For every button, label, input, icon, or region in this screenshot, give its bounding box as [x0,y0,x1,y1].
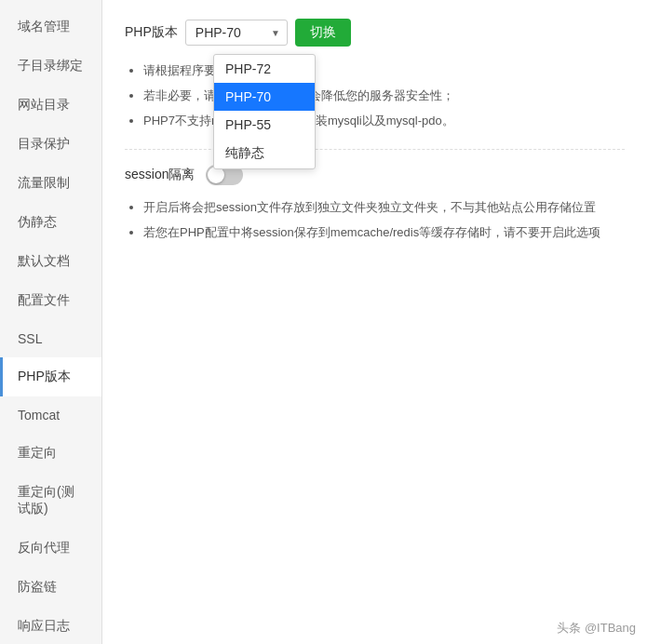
divider [125,149,625,150]
sidebar-item-phpversion[interactable]: PHP版本 [0,357,101,396]
dropdown-item-php72[interactable]: PHP-72 [214,55,315,83]
sidebar-item-tomcat[interactable]: Tomcat [0,396,101,434]
sidebar: 域名管理子目录绑定网站目录目录保护流量限制伪静态默认文档配置文件SSLPHP版本… [0,0,102,644]
dropdown-item-pure_static[interactable]: 纯静态 [214,139,315,168]
switch-button[interactable]: 切换 [295,19,351,47]
sidebar-item-defaultdoc[interactable]: 默认文档 [0,242,101,281]
info-list: 请根据程序要求选择版本若非必要，请不要选PHP5.2,这会降低您的服务器安全性；… [125,61,625,130]
sidebar-item-hotlink[interactable]: 防盗链 [0,568,101,607]
app-layout: 域名管理子目录绑定网站目录目录保护流量限制伪静态默认文档配置文件SSLPHP版本… [0,0,647,644]
php-version-select[interactable]: PHP-72PHP-70PHP-55纯静态 [185,20,288,46]
sidebar-item-redirect_test[interactable]: 重定向(测试版) [0,473,101,529]
sidebar-item-configfile[interactable]: 配置文件 [0,281,101,320]
info-section: 请根据程序要求选择版本若非必要，请不要选PHP5.2,这会降低您的服务器安全性；… [125,61,625,130]
session-info-section: 开启后将会把session文件存放到独立文件夹独立文件夹，不与其他站点公用存储位… [125,198,625,243]
sidebar-item-flowlimit[interactable]: 流量限制 [0,164,101,203]
session-label: session隔离 [125,167,195,183]
session-row: session隔离 [125,165,625,185]
dropdown-item-php70[interactable]: PHP-70 [214,83,315,111]
php-version-label: PHP版本 [125,24,178,41]
sidebar-item-subdir[interactable]: 子目录绑定 [0,47,101,86]
sidebar-item-redirect[interactable]: 重定向 [0,434,101,473]
dropdown-item-php55[interactable]: PHP-55 [214,111,315,139]
sidebar-item-sitedir[interactable]: 网站目录 [0,86,101,125]
sidebar-item-domain[interactable]: 域名管理 [0,7,101,47]
main-content: PHP版本 PHP-72PHP-70PHP-55纯静态 ▼ 切换 PHP-72P… [102,0,647,644]
php-select-wrapper: PHP-72PHP-70PHP-55纯静态 ▼ [185,20,288,46]
session-bullet: 若您在PHP配置中将session保存到memcache/redis等缓存存储时… [143,223,625,243]
sidebar-item-pseudostatic[interactable]: 伪静态 [0,203,101,242]
sidebar-item-dirprotect[interactable]: 目录保护 [0,125,101,164]
sidebar-item-accesslog[interactable]: 响应日志 [0,607,101,644]
toggle-knob [208,167,224,183]
sidebar-item-ssl[interactable]: SSL [0,320,101,357]
php-dropdown-overlay: PHP-72PHP-70PHP-55纯静态 [213,54,316,169]
php-version-row: PHP版本 PHP-72PHP-70PHP-55纯静态 ▼ 切换 [125,19,625,47]
session-bullet: 开启后将会把session文件存放到独立文件夹独立文件夹，不与其他站点公用存储位… [143,198,625,218]
watermark: 头条 @ITBang [557,620,636,637]
session-info-list: 开启后将会把session文件存放到独立文件夹独立文件夹，不与其他站点公用存储位… [125,198,625,243]
sidebar-item-reverseproxy[interactable]: 反向代理 [0,529,101,568]
